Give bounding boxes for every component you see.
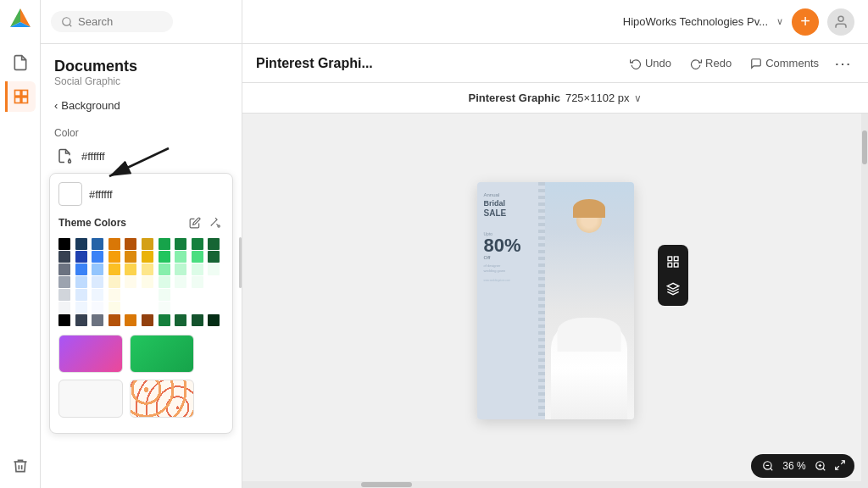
more-button[interactable]: ⋯ bbox=[831, 53, 854, 74]
color-cell[interactable] bbox=[159, 289, 170, 301]
canvas-hscrollbar-thumb[interactable] bbox=[361, 482, 412, 487]
color-cell[interactable] bbox=[125, 276, 136, 288]
color-cell[interactable] bbox=[175, 289, 186, 301]
canvas-size-chevron-icon[interactable]: ∨ bbox=[634, 92, 642, 104]
canvas-scrollbar-thumb[interactable] bbox=[862, 130, 867, 164]
color-cell[interactable] bbox=[208, 238, 220, 250]
color-cell[interactable] bbox=[175, 276, 186, 288]
color-cell[interactable] bbox=[92, 289, 103, 301]
color-hex-input[interactable]: #ffffff bbox=[89, 188, 231, 201]
expand-button[interactable] bbox=[834, 459, 846, 474]
color-cell[interactable] bbox=[175, 263, 186, 275]
color-cell[interactable] bbox=[192, 238, 203, 250]
sidebar-back-button[interactable]: ‹ Background bbox=[54, 94, 228, 117]
color-cell[interactable] bbox=[142, 238, 153, 250]
user-avatar[interactable] bbox=[827, 8, 854, 36]
color-cell[interactable] bbox=[192, 289, 203, 301]
color-picker-eyedropper-icon[interactable] bbox=[207, 214, 224, 231]
texture-swatch-floral[interactable] bbox=[130, 380, 194, 418]
color-cell[interactable] bbox=[125, 302, 136, 313]
color-cell[interactable] bbox=[58, 263, 70, 275]
color-cell[interactable] bbox=[92, 238, 103, 250]
color-cell[interactable] bbox=[125, 238, 136, 250]
color-cell[interactable] bbox=[208, 276, 220, 288]
color-cell[interactable] bbox=[125, 314, 136, 326]
color-cell[interactable] bbox=[92, 263, 103, 275]
search-box[interactable] bbox=[51, 11, 173, 32]
company-chevron-icon[interactable]: ∨ bbox=[776, 16, 783, 27]
canvas-area[interactable]: Annual Bridal SALE Upto 80% Off of desig… bbox=[242, 114, 868, 488]
zoom-out-button[interactable] bbox=[760, 458, 776, 474]
app-logo[interactable] bbox=[7, 7, 34, 34]
color-cell[interactable] bbox=[75, 276, 87, 288]
color-cell[interactable] bbox=[192, 276, 203, 288]
canvas-hscrollbar[interactable] bbox=[242, 481, 861, 488]
gradient-swatch-green[interactable] bbox=[130, 335, 194, 373]
color-cell[interactable] bbox=[108, 251, 120, 263]
color-cell[interactable] bbox=[58, 314, 70, 326]
color-cell[interactable] bbox=[159, 251, 170, 263]
color-cell[interactable] bbox=[75, 289, 87, 301]
color-cell[interactable] bbox=[125, 251, 136, 263]
color-cell[interactable] bbox=[75, 314, 87, 326]
color-display[interactable]: #ffffff bbox=[41, 142, 242, 173]
color-cell[interactable] bbox=[142, 289, 153, 301]
color-cell[interactable] bbox=[108, 302, 120, 313]
sidebar-scrollbar[interactable] bbox=[239, 237, 242, 288]
color-cell[interactable] bbox=[108, 263, 120, 275]
layers-toggle-button[interactable] bbox=[661, 277, 685, 301]
color-cell[interactable] bbox=[92, 302, 103, 313]
edit-theme-icon[interactable] bbox=[186, 214, 203, 231]
color-cell[interactable] bbox=[75, 238, 87, 250]
grid-toggle-button[interactable] bbox=[661, 250, 685, 274]
color-cell[interactable] bbox=[92, 314, 103, 326]
sidebar-item-trash[interactable] bbox=[5, 451, 36, 481]
color-cell[interactable] bbox=[58, 276, 70, 288]
color-cell[interactable] bbox=[208, 289, 220, 301]
color-cell[interactable] bbox=[108, 276, 120, 288]
add-button[interactable]: + bbox=[792, 8, 819, 36]
color-cell[interactable] bbox=[192, 314, 203, 326]
color-cell[interactable] bbox=[159, 302, 170, 313]
color-cell[interactable] bbox=[208, 263, 220, 275]
color-cell[interactable] bbox=[159, 238, 170, 250]
color-cell[interactable] bbox=[142, 302, 153, 313]
color-cell[interactable] bbox=[175, 314, 186, 326]
color-cell[interactable] bbox=[142, 276, 153, 288]
color-cell[interactable] bbox=[159, 314, 170, 326]
color-cell[interactable] bbox=[75, 263, 87, 275]
color-cell[interactable] bbox=[108, 238, 120, 250]
color-cell[interactable] bbox=[75, 251, 87, 263]
color-cell[interactable] bbox=[108, 314, 120, 326]
redo-button[interactable]: Redo bbox=[683, 53, 738, 73]
color-cell[interactable] bbox=[58, 302, 70, 313]
color-cell[interactable] bbox=[142, 263, 153, 275]
color-cell[interactable] bbox=[208, 302, 220, 313]
color-cell[interactable] bbox=[58, 238, 70, 250]
undo-button[interactable]: Undo bbox=[623, 53, 678, 73]
color-cell[interactable] bbox=[142, 314, 153, 326]
color-cell[interactable] bbox=[192, 302, 203, 313]
color-cell[interactable] bbox=[175, 238, 186, 250]
color-cell[interactable] bbox=[58, 289, 70, 301]
color-cell[interactable] bbox=[58, 251, 70, 263]
zoom-in-button[interactable] bbox=[812, 458, 829, 474]
sidebar-item-layers[interactable] bbox=[5, 81, 36, 112]
color-cell[interactable] bbox=[92, 251, 103, 263]
sidebar-item-document[interactable] bbox=[5, 47, 36, 78]
color-cell[interactable] bbox=[208, 314, 220, 326]
color-cell[interactable] bbox=[125, 289, 136, 301]
gradient-swatch-purple[interactable] bbox=[58, 335, 123, 373]
canvas-scrollbar[interactable] bbox=[861, 114, 868, 488]
color-cell[interactable] bbox=[192, 263, 203, 275]
color-cell[interactable] bbox=[175, 302, 186, 313]
color-cell[interactable] bbox=[192, 251, 203, 263]
comments-button[interactable]: Comments bbox=[743, 53, 826, 73]
color-cell[interactable] bbox=[108, 289, 120, 301]
search-input[interactable] bbox=[78, 15, 163, 28]
color-cell[interactable] bbox=[159, 263, 170, 275]
color-preview-swatch[interactable] bbox=[58, 182, 82, 206]
texture-swatch-blank[interactable] bbox=[58, 380, 123, 418]
color-cell[interactable] bbox=[142, 251, 153, 263]
color-cell[interactable] bbox=[125, 263, 136, 275]
